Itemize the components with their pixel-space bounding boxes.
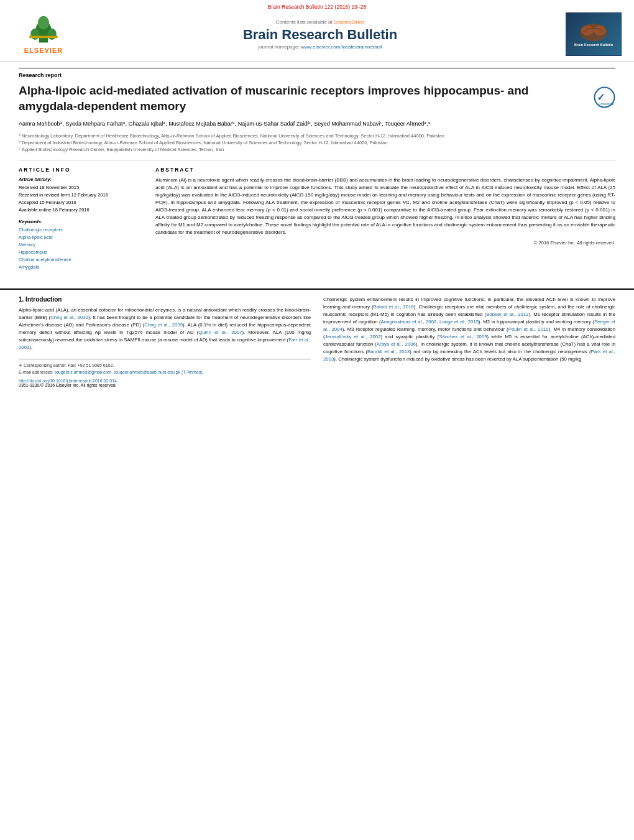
article-title-row: Alpha-lipoic acid-mediated activation of…	[19, 83, 615, 114]
journal-logo-box: Brain Research Bulletin	[566, 12, 622, 56]
affiliation-a: ᵃ Neurobiology Laboratory, Department of…	[19, 132, 615, 139]
journal-title: Brain Research Bulletin	[75, 27, 566, 43]
intro-paragraph-1: Alpha-lipoic acid (ALA), an essential co…	[19, 307, 311, 351]
article-info-column: ARTICLE INFO Article history: Received 1…	[19, 167, 143, 276]
brain-image	[578, 21, 609, 43]
email-note: E-mail addresses: touqeer.z.ahmed@gmail.…	[19, 369, 311, 376]
history-heading: Article history:	[19, 177, 143, 182]
email-addresses[interactable]: touqeer.z.ahmed@gmail.com, touqeer.ahmed…	[55, 370, 204, 374]
ref-baraldi-2013[interactable]: Baraldi et al., 2013	[367, 349, 410, 354]
article-history: Article history: Received 18 November 20…	[19, 177, 143, 214]
article-content: Research report Alpha-lipoic acid-mediat…	[0, 62, 634, 282]
ref-anagnostaras-2002[interactable]: Anagnostaras et al., 2002; Lange et al.,…	[381, 319, 479, 325]
intro-right-column: Cholinergic system enhancement results i…	[323, 296, 615, 387]
abstract-text: Aluminum (Al) is a neurotoxic agent whic…	[155, 177, 615, 236]
page-wrapper: Brain Research Bulletin 122 (2016) 19–28…	[0, 0, 634, 387]
svg-text:CrossMark: CrossMark	[599, 102, 614, 106]
logo-box-text: Brain Research Bulletin	[574, 43, 613, 47]
intro-left-column: 1. Introduction Alpha-lipoic acid (ALA),…	[19, 296, 311, 387]
doi-line[interactable]: http://dx.doi.org/10.1016/j.brainresbull…	[19, 379, 311, 383]
journal-homepage: journal homepage: www.elsevier.com/locat…	[75, 44, 566, 50]
corresponding-author-note: ∗ Corresponding author. Fax: +92 51 9085…	[19, 362, 311, 369]
abstract-column: ABSTRACT Aluminum (Al) is a neurotoxic a…	[155, 167, 615, 276]
keywords-heading: Keywords:	[19, 219, 143, 224]
online-date: Available online 18 February 2016	[19, 206, 143, 214]
elsevier-label: ELSEVIER	[24, 47, 63, 54]
svg-rect-5	[29, 36, 57, 39]
elsevier-logo: ELSEVIER	[12, 14, 75, 54]
journal-title-block: Contents lists available at ScienceDirec…	[75, 19, 566, 50]
abstract-heading: ABSTRACT	[155, 167, 615, 173]
article-info-heading: ARTICLE INFO	[19, 167, 143, 173]
crossmark-icon[interactable]: ✓ CrossMark	[594, 86, 615, 108]
copyright-line: © 2016 Elsevier Inc. All rights reserved…	[155, 240, 615, 246]
ref-sanchez-2009[interactable]: Sánchez et al., 2009	[439, 334, 487, 339]
revised-date: Received in revised form 12 February 201…	[19, 192, 143, 199]
ref-bubser-2012[interactable]: Bubser et al., 2012	[486, 312, 528, 317]
ref-quinn-2007[interactable]: Quinn et al., 2007	[198, 330, 242, 335]
keyword-2: Alpha-lipoic acid	[19, 234, 143, 241]
affiliation-c: ᶜ Applied Biotechnology Research Center,…	[19, 146, 615, 153]
ref-araya-2006[interactable]: Araya et al., 2006	[377, 341, 416, 347]
svg-point-7	[581, 25, 594, 35]
issn-line: 0361-9230/© 2016 Elsevier Inc. All right…	[19, 383, 311, 387]
ref-jerusalinsky-2002[interactable]: Jerusalinsky et al., 2002	[325, 334, 381, 339]
footnote-section: ∗ Corresponding author. Fax: +92 51 9085…	[19, 359, 311, 376]
article-title: Alpha-lipoic acid-mediated activation of…	[19, 83, 594, 114]
ref-chng-2009[interactable]: Chng et al., 2009	[144, 322, 183, 328]
contents-line: Contents lists available at ScienceDirec…	[75, 19, 566, 25]
ref-farr-2003[interactable]: Farr et al., 2003	[19, 337, 311, 350]
svg-point-8	[594, 25, 606, 35]
journal-homepage-link[interactable]: www.elsevier.com/locate/brainresbull	[301, 44, 382, 50]
intro-right-paragraph-1: Cholinergic system enhancement results i…	[323, 296, 615, 364]
ref-chng-2010[interactable]: Chng et al., 2010	[50, 315, 88, 320]
keywords-section: Keywords: Cholinergic receptors Alpha-li…	[19, 219, 143, 271]
keyword-3: Memory	[19, 241, 143, 249]
received-date: Received 18 November 2015	[19, 184, 143, 192]
keyword-4: Hippocampus	[19, 249, 143, 256]
header: Brain Research Bulletin 122 (2016) 19–28…	[0, 0, 634, 62]
elsevier-tree-icon	[25, 14, 62, 45]
affiliation-b: ᵇ Department of Industrial Biotechnology…	[19, 139, 615, 146]
keyword-6: Amygdala	[19, 264, 143, 271]
body-two-col: 1. Introduction Alpha-lipoic acid (ALA),…	[19, 290, 615, 387]
intro-heading: 1. Introduction	[19, 296, 311, 303]
ref-batool-2016[interactable]: Batool et al., 2016	[374, 304, 414, 310]
article-info-abstract-section: ARTICLE INFO Article history: Received 1…	[19, 160, 615, 276]
sciencedirect-link[interactable]: ScienceDirect	[334, 19, 364, 25]
svg-text:✓: ✓	[597, 92, 605, 103]
keyword-1: Cholinergic receptors	[19, 226, 143, 234]
journal-reference: Brain Research Bulletin 122 (2016) 19–28	[12, 4, 622, 10]
authors: Aamra Mahboobᵃ, Syeda Mehpara Farhatᵃ, G…	[19, 120, 615, 129]
svg-point-4	[38, 16, 49, 30]
keyword-5: Choline acetyltransferase	[19, 256, 143, 264]
accepted-date: Accepted 15 February 2016	[19, 199, 143, 206]
affiliations: ᵃ Neurobiology Laboratory, Department of…	[19, 132, 615, 154]
article-type-label: Research report	[19, 68, 615, 78]
body-content: 1. Introduction Alpha-lipoic acid (ALA),…	[0, 288, 634, 387]
ref-poulin-2010[interactable]: Poulin et al., 2010	[508, 326, 549, 332]
